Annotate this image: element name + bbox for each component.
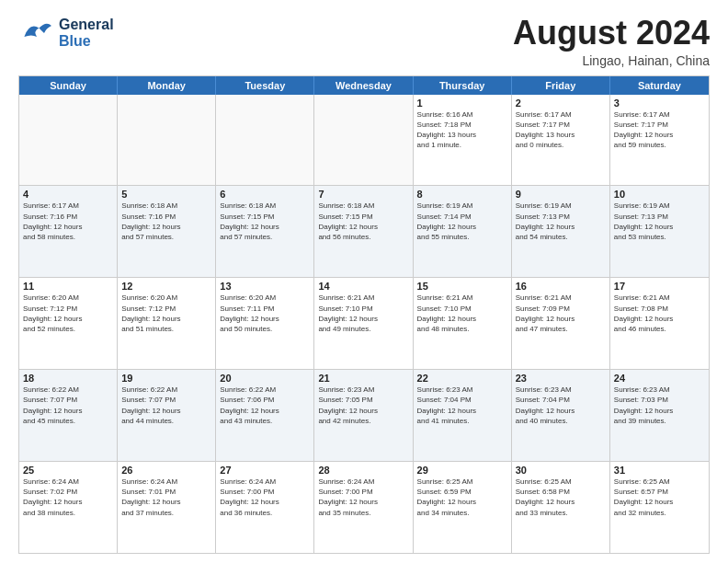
day-number: 7 [318,189,408,200]
day-cell-16: 16Sunrise: 6:21 AMSunset: 7:09 PMDayligh… [512,278,610,369]
day-cell-25: 25Sunrise: 6:24 AMSunset: 7:02 PMDayligh… [19,462,118,553]
day-info: Sunrise: 6:25 AMSunset: 6:59 PMDaylight:… [417,477,507,518]
day-info: Sunrise: 6:24 AMSunset: 7:01 PMDaylight:… [121,477,211,518]
day-cell-15: 15Sunrise: 6:21 AMSunset: 7:10 PMDayligh… [414,278,512,369]
day-number: 6 [220,189,310,200]
day-info: Sunrise: 6:21 AMSunset: 7:08 PMDaylight:… [614,293,705,334]
day-info: Sunrise: 6:19 AMSunset: 7:13 PMDaylight:… [614,201,705,242]
day-info: Sunrise: 6:20 AMSunset: 7:12 PMDaylight:… [23,293,113,334]
day-cell-1: 1Sunrise: 6:16 AMSunset: 7:18 PMDaylight… [414,95,512,186]
calendar-header: SundayMondayTuesdayWednesdayThursdayFrid… [19,76,709,95]
day-cell-7: 7Sunrise: 6:18 AMSunset: 7:15 PMDaylight… [314,186,413,277]
logo-icon [18,15,55,52]
subtitle: Lingao, Hainan, China [513,53,710,68]
day-cell-12: 12Sunrise: 6:20 AMSunset: 7:12 PMDayligh… [118,278,216,369]
logo-general-text: General [59,17,114,33]
day-info: Sunrise: 6:24 AMSunset: 7:00 PMDaylight:… [220,477,310,518]
day-info: Sunrise: 6:25 AMSunset: 6:58 PMDaylight:… [516,477,606,518]
main-title: August 2024 [513,15,710,52]
page: General Blue August 2024 Lingao, Hainan,… [0,0,728,563]
day-number: 21 [318,373,408,384]
day-cell-6: 6Sunrise: 6:18 AMSunset: 7:15 PMDaylight… [216,186,314,277]
calendar-row-5: 25Sunrise: 6:24 AMSunset: 7:02 PMDayligh… [19,462,709,553]
day-number: 29 [417,465,507,476]
day-cell-26: 26Sunrise: 6:24 AMSunset: 7:01 PMDayligh… [118,462,216,553]
day-cell-11: 11Sunrise: 6:20 AMSunset: 7:12 PMDayligh… [19,278,118,369]
day-number: 17 [614,281,705,292]
day-number: 23 [516,373,606,384]
calendar-row-1: 1Sunrise: 6:16 AMSunset: 7:18 PMDaylight… [19,95,709,187]
day-cell-2: 2Sunrise: 6:17 AMSunset: 7:17 PMDaylight… [512,95,610,186]
day-number: 30 [516,465,606,476]
empty-cell [216,95,314,186]
day-cell-17: 17Sunrise: 6:21 AMSunset: 7:08 PMDayligh… [610,278,709,369]
empty-cell [118,95,216,186]
day-cell-28: 28Sunrise: 6:24 AMSunset: 7:00 PMDayligh… [314,462,413,553]
day-cell-3: 3Sunrise: 6:17 AMSunset: 7:17 PMDaylight… [610,95,709,186]
day-number: 19 [121,373,211,384]
day-info: Sunrise: 6:18 AMSunset: 7:15 PMDaylight:… [318,201,408,242]
day-cell-8: 8Sunrise: 6:19 AMSunset: 7:14 PMDaylight… [414,186,512,277]
day-cell-13: 13Sunrise: 6:20 AMSunset: 7:11 PMDayligh… [216,278,314,369]
day-cell-19: 19Sunrise: 6:22 AMSunset: 7:07 PMDayligh… [118,370,216,461]
calendar-row-2: 4Sunrise: 6:17 AMSunset: 7:16 PMDaylight… [19,186,709,278]
day-number: 16 [516,281,606,292]
day-info: Sunrise: 6:22 AMSunset: 7:07 PMDaylight:… [121,385,211,426]
day-number: 9 [516,189,606,200]
day-number: 31 [614,465,705,476]
calendar: SundayMondayTuesdayWednesdayThursdayFrid… [18,75,710,554]
calendar-row-3: 11Sunrise: 6:20 AMSunset: 7:12 PMDayligh… [19,278,709,370]
day-cell-23: 23Sunrise: 6:23 AMSunset: 7:04 PMDayligh… [512,370,610,461]
day-number: 22 [417,373,507,384]
day-info: Sunrise: 6:17 AMSunset: 7:16 PMDaylight:… [23,201,113,242]
day-number: 20 [220,373,310,384]
day-info: Sunrise: 6:23 AMSunset: 7:03 PMDaylight:… [614,385,705,426]
day-cell-31: 31Sunrise: 6:25 AMSunset: 6:57 PMDayligh… [610,462,709,553]
day-cell-4: 4Sunrise: 6:17 AMSunset: 7:16 PMDaylight… [19,186,118,277]
day-cell-20: 20Sunrise: 6:22 AMSunset: 7:06 PMDayligh… [216,370,314,461]
day-of-week-sunday: Sunday [19,76,118,95]
day-cell-18: 18Sunrise: 6:22 AMSunset: 7:07 PMDayligh… [19,370,118,461]
day-of-week-friday: Friday [512,76,610,95]
logo-words: General Blue [59,17,114,49]
day-number: 3 [614,98,705,109]
day-cell-29: 29Sunrise: 6:25 AMSunset: 6:59 PMDayligh… [414,462,512,553]
day-number: 2 [516,98,606,109]
day-cell-10: 10Sunrise: 6:19 AMSunset: 7:13 PMDayligh… [610,186,709,277]
day-info: Sunrise: 6:17 AMSunset: 7:17 PMDaylight:… [516,109,606,151]
day-cell-21: 21Sunrise: 6:23 AMSunset: 7:05 PMDayligh… [314,370,413,461]
day-info: Sunrise: 6:21 AMSunset: 7:09 PMDaylight:… [516,293,606,334]
day-info: Sunrise: 6:18 AMSunset: 7:15 PMDaylight:… [220,201,310,242]
day-number: 5 [121,189,211,200]
day-number: 18 [23,373,113,384]
empty-cell [19,95,118,186]
day-of-week-wednesday: Wednesday [314,76,413,95]
day-number: 15 [417,281,507,292]
day-info: Sunrise: 6:22 AMSunset: 7:07 PMDaylight:… [23,385,113,426]
day-info: Sunrise: 6:23 AMSunset: 7:04 PMDaylight:… [516,385,606,426]
day-info: Sunrise: 6:23 AMSunset: 7:04 PMDaylight:… [417,385,507,426]
day-number: 8 [417,189,507,200]
day-info: Sunrise: 6:22 AMSunset: 7:06 PMDaylight:… [220,385,310,426]
day-number: 1 [417,98,507,109]
day-of-week-monday: Monday [118,76,216,95]
day-cell-24: 24Sunrise: 6:23 AMSunset: 7:03 PMDayligh… [610,370,709,461]
day-info: Sunrise: 6:24 AMSunset: 7:02 PMDaylight:… [23,477,113,518]
day-number: 10 [614,189,705,200]
calendar-row-4: 18Sunrise: 6:22 AMSunset: 7:07 PMDayligh… [19,370,709,462]
day-info: Sunrise: 6:19 AMSunset: 7:13 PMDaylight:… [516,201,606,242]
day-number: 12 [121,281,211,292]
day-info: Sunrise: 6:16 AMSunset: 7:18 PMDaylight:… [417,109,507,151]
day-number: 25 [23,465,113,476]
day-number: 13 [220,281,310,292]
day-cell-14: 14Sunrise: 6:21 AMSunset: 7:10 PMDayligh… [314,278,413,369]
title-section: August 2024 Lingao, Hainan, China [513,15,710,68]
day-cell-27: 27Sunrise: 6:24 AMSunset: 7:00 PMDayligh… [216,462,314,553]
day-number: 14 [318,281,408,292]
day-cell-5: 5Sunrise: 6:18 AMSunset: 7:16 PMDaylight… [118,186,216,277]
day-info: Sunrise: 6:20 AMSunset: 7:12 PMDaylight:… [121,293,211,334]
day-number: 28 [318,465,408,476]
day-info: Sunrise: 6:21 AMSunset: 7:10 PMDaylight:… [417,293,507,334]
logo-blue-text: Blue [59,33,114,50]
header: General Blue August 2024 Lingao, Hainan,… [18,15,710,68]
